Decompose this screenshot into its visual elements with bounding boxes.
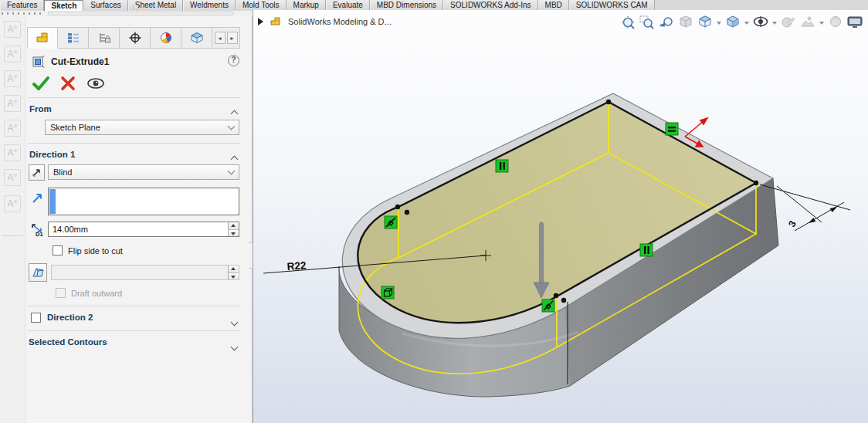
ribbon-tab-evaluate[interactable]: Evaluate <box>326 0 370 11</box>
manager-tab-bar: ◄ ► <box>27 27 240 49</box>
ribbon-tab-mbd[interactable]: MBD <box>538 0 569 11</box>
annotation-icon-8[interactable]: A° <box>4 195 21 212</box>
document-name[interactable]: SolidWorks Modeling & D... <box>288 17 392 26</box>
depth-d1-icon: D1 <box>29 222 46 237</box>
depth-spinner[interactable] <box>228 222 239 236</box>
solidworks-window: Features Sketch Surfaces Sheet Metal Wel… <box>0 0 868 423</box>
model-3d-view: R22 3 <box>253 10 868 423</box>
direction2-section-header[interactable]: Direction 2 <box>47 313 93 322</box>
propertymanager-tab[interactable] <box>27 27 58 49</box>
flip-side-checkbox[interactable] <box>53 245 63 255</box>
annotation-toolbar: A° A° A° A° A° A° A° A° <box>0 16 25 423</box>
panel-top-strip <box>0 11 253 16</box>
property-manager-panel: ◄ ► Cut-Extrude1 ? From Sketch Plane Dir… <box>25 16 253 423</box>
annotation-icon-6[interactable]: A° <box>4 144 21 161</box>
annotation-icon-1[interactable]: A° <box>4 21 21 38</box>
dropdown-caret-icon[interactable] <box>744 22 749 25</box>
hide-show-items-icon[interactable] <box>752 15 769 32</box>
feature-title-row: Cut-Extrude1 <box>32 55 109 69</box>
annotation-icon-2[interactable]: A° <box>4 46 21 63</box>
tab-scroll-right-button[interactable]: ► <box>227 32 238 44</box>
tree-expand-arrow-icon[interactable] <box>258 18 263 25</box>
annotation-icon-5[interactable]: A° <box>4 120 21 137</box>
end-condition-dropdown[interactable]: Blind <box>48 164 239 180</box>
draft-outward-label: Draft outward <box>71 289 122 298</box>
graphics-viewer-tab[interactable] <box>181 27 212 49</box>
toolbar-grip[interactable] <box>2 12 45 15</box>
ribbon-tab-features[interactable]: Features <box>0 0 44 11</box>
selected-contours-expand-chevron[interactable] <box>232 339 241 348</box>
dimxpert-manager-tab[interactable] <box>120 27 151 49</box>
ribbon-tab-weldments[interactable]: Weldments <box>183 0 236 11</box>
ribbon-tab-sketch[interactable]: Sketch <box>44 0 83 11</box>
direction2-expand-chevron[interactable] <box>232 314 241 323</box>
ribbon-tab-mbd-dimensions[interactable]: MBD Dimensions <box>370 0 443 11</box>
toolbar-separator <box>2 235 23 236</box>
full-screen-icon[interactable] <box>846 15 863 32</box>
featuremanager-tree-tab[interactable] <box>58 27 89 49</box>
cut-extrude-icon <box>32 55 46 69</box>
direction-arrow-icon <box>31 191 45 205</box>
divider <box>28 97 241 98</box>
heads-up-toolbar <box>619 15 863 32</box>
view-settings-icon <box>827 15 844 32</box>
spin-down-icon[interactable] <box>229 229 239 237</box>
preview-eye-button[interactable] <box>86 76 106 90</box>
from-plane-value: Sketch Plane <box>50 123 100 132</box>
annotation-icon-4[interactable]: A° <box>4 95 21 112</box>
tab-overflow: ◄ ► <box>212 27 240 49</box>
radius-dimension-text: R22 <box>287 259 307 272</box>
annotation-icon-7[interactable]: A° <box>4 169 21 186</box>
collapsed-toolbar-bar[interactable] <box>48 12 233 15</box>
from-section-header[interactable]: From <box>29 104 52 113</box>
configuration-manager-tab[interactable] <box>89 27 120 49</box>
dropdown-caret-icon[interactable] <box>819 22 824 25</box>
direction1-section-header[interactable]: Direction 1 <box>29 150 75 159</box>
view-orientation-icon[interactable] <box>697 15 714 32</box>
zoom-to-fit-icon[interactable] <box>619 15 636 32</box>
end-condition-value: Blind <box>53 168 72 177</box>
depth-spinbox[interactable]: 14.00mm <box>48 222 239 237</box>
direction1-collapse-chevron[interactable] <box>232 151 241 161</box>
active-selection-strip <box>49 189 56 214</box>
direction-reference-selection-box[interactable] <box>48 188 239 215</box>
from-plane-dropdown[interactable]: Sketch Plane <box>45 120 239 135</box>
command-manager-tabs: Features Sketch Surfaces Sheet Metal Wel… <box>0 0 868 11</box>
chevron-down-icon <box>228 168 236 175</box>
annotation-icon-3[interactable]: A° <box>4 70 21 87</box>
tangent-relation-icon <box>542 299 554 312</box>
ribbon-tab-markup[interactable]: Markup <box>287 0 326 11</box>
draft-button[interactable] <box>29 263 47 282</box>
flyout-feature-tree[interactable]: SolidWorks Modeling & D... <box>258 16 392 27</box>
ribbon-tab-mold-tools[interactable]: Mold Tools <box>236 0 287 11</box>
previous-view-icon[interactable] <box>658 15 675 32</box>
spin-up-icon[interactable] <box>229 222 239 229</box>
ok-button[interactable] <box>32 75 50 92</box>
dropdown-caret-icon[interactable] <box>772 22 777 25</box>
tab-scroll-left-button[interactable]: ◄ <box>215 32 225 44</box>
flip-side-label[interactable]: Flip side to cut <box>68 246 123 255</box>
depth-value: 14.00mm <box>53 225 88 234</box>
display-manager-tab[interactable] <box>151 27 181 49</box>
draft-spinner <box>228 266 239 279</box>
offset-dimension-text: 3 <box>786 219 798 229</box>
selected-contours-header[interactable]: Selected Contours <box>29 337 107 347</box>
ribbon-tab-surfaces[interactable]: Surfaces <box>83 0 127 11</box>
graphics-area[interactable]: R22 3 SolidWorks Modeling & D... <box>253 10 868 423</box>
chevron-down-icon <box>228 123 236 130</box>
direction2-checkbox[interactable] <box>31 313 41 323</box>
panel-collapse-dot[interactable] <box>133 5 138 10</box>
divider <box>28 306 241 306</box>
ribbon-tab-solidworks-add-ins[interactable]: SOLIDWORKS Add-Ins <box>443 0 537 11</box>
reverse-direction-button[interactable] <box>29 164 45 181</box>
zoom-to-area-icon[interactable] <box>639 15 656 32</box>
from-collapse-chevron[interactable] <box>232 106 241 115</box>
help-icon[interactable]: ? <box>228 55 239 66</box>
cancel-button[interactable] <box>60 76 76 91</box>
part-icon <box>270 16 282 27</box>
parallel-relation-icon <box>640 244 653 256</box>
display-style-icon[interactable] <box>724 15 741 32</box>
dropdown-caret-icon[interactable] <box>717 22 721 25</box>
ribbon-tab-solidworks-cam[interactable]: SOLIDWORKS CAM <box>569 0 655 11</box>
svg-text:D1: D1 <box>36 231 43 237</box>
